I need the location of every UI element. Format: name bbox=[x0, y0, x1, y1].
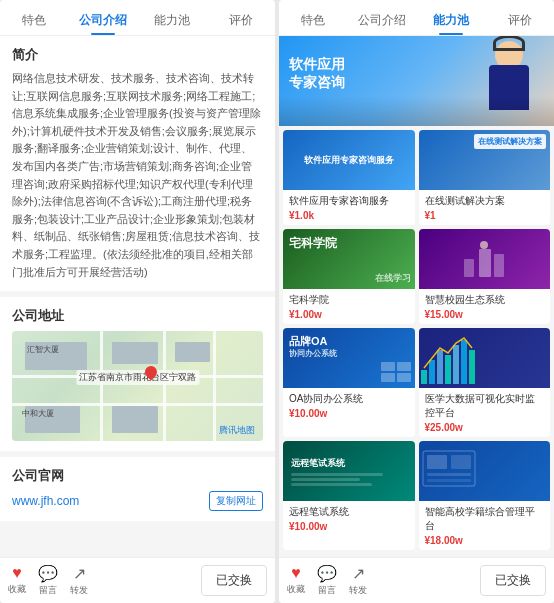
medical-chart bbox=[421, 330, 481, 385]
headset-icon bbox=[493, 36, 525, 51]
product-info-medical: 医学大数据可视化实时监控平台 ¥25.00w bbox=[419, 388, 551, 437]
svg-rect-5 bbox=[381, 362, 395, 371]
zhaike-price: ¥1.00w bbox=[289, 309, 409, 320]
left-share-action[interactable]: ↗ 转发 bbox=[70, 564, 88, 597]
share-label: 转发 bbox=[70, 584, 88, 597]
left-heart-action[interactable]: ♥ 收藏 bbox=[8, 564, 26, 597]
product-info-exam: 远程笔试系统 ¥10.00w bbox=[283, 501, 415, 536]
product-thumb-medical bbox=[419, 328, 551, 388]
right-heart-action[interactable]: ♥ 收藏 bbox=[287, 564, 305, 597]
right-share-label: 转发 bbox=[349, 584, 367, 597]
left-comment-action[interactable]: 💬 留言 bbox=[38, 564, 58, 597]
software-name: 软件应用专家咨询服务 bbox=[289, 194, 409, 208]
exam-bar3 bbox=[291, 483, 372, 486]
right-share-icon: ↗ bbox=[352, 564, 365, 583]
oa-sublabel: 协同办公系统 bbox=[289, 348, 337, 359]
product-thumb-software: 软件应用专家咨询服务 bbox=[283, 130, 415, 190]
right-tab-review[interactable]: 评价 bbox=[485, 8, 554, 35]
svg-rect-3 bbox=[494, 254, 504, 277]
right-content: 软件应用专家咨询 软件应用专家咨询服务 软件应用专家咨询服务 bbox=[279, 36, 554, 557]
left-tab-intro[interactable]: 公司介绍 bbox=[69, 8, 138, 35]
product-info-xueji: 智能高校学籍综合管理平台 ¥18.00w bbox=[419, 501, 551, 550]
exam-bar2 bbox=[291, 478, 360, 481]
campus-name: 智慧校园生态系统 bbox=[425, 293, 545, 307]
medical-price: ¥25.00w bbox=[425, 422, 545, 433]
zhaike-sub: 在线学习 bbox=[375, 272, 411, 285]
left-bottom-bar: ♥ 收藏 💬 留言 ↗ 转发 已交换 bbox=[0, 557, 275, 603]
product-thumb-campus bbox=[419, 229, 551, 289]
oa-logo: 品牌OA bbox=[289, 334, 328, 349]
left-exchange-button[interactable]: 已交换 bbox=[201, 565, 267, 596]
xueji-visual bbox=[419, 441, 479, 496]
website-section: 公司官网 www.jfh.com 复制网址 bbox=[0, 457, 275, 521]
svg-rect-13 bbox=[453, 345, 459, 384]
exam-bar1 bbox=[291, 473, 383, 476]
right-share-action[interactable]: ↗ 转发 bbox=[349, 564, 367, 597]
exam-title-thumb: 远程笔试系统 bbox=[291, 457, 407, 470]
product-card-medical[interactable]: 医学大数据可视化实时监控平台 ¥25.00w bbox=[419, 328, 551, 437]
xueji-price: ¥18.00w bbox=[425, 535, 545, 546]
heart-icon: ♥ bbox=[12, 564, 22, 582]
online-badge: 在线测试解决方案 bbox=[474, 134, 546, 149]
website-title: 公司官网 bbox=[12, 467, 263, 485]
xueji-name: 智能高校学籍综合管理平台 bbox=[425, 505, 545, 533]
address-title: 公司地址 bbox=[12, 307, 263, 325]
right-heart-label: 收藏 bbox=[287, 583, 305, 596]
product-card-online-test[interactable]: 在线测试解决方案 在线测试解决方案 ¥1 bbox=[419, 130, 551, 225]
product-card-exam[interactable]: 远程笔试系统 远程笔试系统 ¥10.00w bbox=[283, 441, 415, 550]
product-card-xueji[interactable]: 智能高校学籍综合管理平台 ¥18.00w bbox=[419, 441, 551, 550]
website-url[interactable]: www.jfh.com bbox=[12, 494, 79, 508]
product-info-campus: 智慧校园生态系统 ¥15.00w bbox=[419, 289, 551, 324]
tencent-map-logo: 腾讯地图 bbox=[219, 423, 259, 437]
product-card-zhaike[interactable]: 宅科学院 在线学习 宅科学院 ¥1.00w bbox=[283, 229, 415, 324]
left-tab-tese[interactable]: 特色 bbox=[0, 8, 69, 35]
comment-label: 留言 bbox=[39, 584, 57, 597]
left-tab-pool[interactable]: 能力池 bbox=[138, 8, 207, 35]
product-info-software: 软件应用专家咨询服务 ¥1.0k bbox=[283, 190, 415, 225]
right-tab-intro[interactable]: 公司介绍 bbox=[348, 8, 417, 35]
svg-rect-15 bbox=[469, 350, 475, 384]
product-card-oa[interactable]: 品牌OA 协同办公系统 OA协同办公系统 bbox=[283, 328, 415, 437]
oa-price: ¥10.00w bbox=[289, 408, 409, 419]
map-background: 汇智大厦 中和大厦 江苏省南京市雨花台区宁双路 腾讯地图 bbox=[12, 331, 263, 441]
product-card-software[interactable]: 软件应用专家咨询服务 软件应用专家咨询服务 ¥1.0k bbox=[283, 130, 415, 225]
right-panel: 特色 公司介绍 能力池 评价 软件应用专家咨询 bbox=[279, 0, 554, 603]
exam-visual: 远程笔试系统 bbox=[287, 445, 411, 497]
intro-text: 网络信息技术研发、技术服务、技术咨询、技术转让;互联网信息服务;互联网技术服务;… bbox=[12, 70, 263, 281]
left-tab-review[interactable]: 评价 bbox=[206, 8, 275, 35]
product-grid: 软件应用专家咨询服务 软件应用专家咨询服务 ¥1.0k 在线测试解决方案 在线测… bbox=[279, 126, 554, 554]
map-container[interactable]: 汇智大厦 中和大厦 江苏省南京市雨花台区宁双路 腾讯地图 bbox=[12, 331, 263, 441]
right-bottom-bar: ♥ 收藏 💬 留言 ↗ 转发 已交换 bbox=[279, 557, 554, 603]
right-tab-pool[interactable]: 能力池 bbox=[417, 8, 486, 35]
campus-visual bbox=[423, 233, 547, 285]
oa-icon-area bbox=[381, 362, 411, 384]
svg-rect-10 bbox=[429, 360, 435, 384]
right-exchange-button[interactable]: 已交换 bbox=[480, 565, 546, 596]
right-comment-action[interactable]: 💬 留言 bbox=[317, 564, 337, 597]
right-comment-label: 留言 bbox=[318, 584, 336, 597]
svg-rect-20 bbox=[427, 479, 471, 482]
product-thumb-oa: 品牌OA 协同办公系统 bbox=[283, 328, 415, 388]
svg-rect-1 bbox=[464, 259, 474, 277]
website-row: www.jfh.com 复制网址 bbox=[12, 491, 263, 511]
right-tab-tese[interactable]: 特色 bbox=[279, 8, 348, 35]
product-card-campus[interactable]: 智慧校园生态系统 ¥15.00w bbox=[419, 229, 551, 324]
intro-title: 简介 bbox=[12, 46, 263, 64]
svg-rect-6 bbox=[397, 362, 411, 371]
zhaike-logo: 宅科学院 bbox=[289, 235, 337, 252]
online-name: 在线测试解决方案 bbox=[425, 194, 545, 208]
product-info-oa: OA协同办公系统 ¥10.00w bbox=[283, 388, 415, 423]
left-content: 简介 网络信息技术研发、技术服务、技术咨询、技术转让;互联网信息服务;互联网技术… bbox=[0, 36, 275, 557]
right-tab-bar: 特色 公司介绍 能力池 评价 bbox=[279, 0, 554, 36]
copy-url-button[interactable]: 复制网址 bbox=[209, 491, 263, 511]
svg-rect-18 bbox=[451, 455, 471, 469]
software-thumb-label: 软件应用专家咨询服务 bbox=[300, 150, 398, 171]
software-price: ¥1.0k bbox=[289, 210, 409, 221]
product-thumb-exam: 远程笔试系统 bbox=[283, 441, 415, 501]
map-address-label: 江苏省南京市雨花台区宁双路 bbox=[76, 370, 199, 385]
left-bottom-actions: ♥ 收藏 💬 留言 ↗ 转发 bbox=[8, 564, 88, 597]
svg-rect-9 bbox=[421, 370, 427, 384]
hero-title: 软件应用专家咨询 bbox=[289, 56, 345, 92]
product-info-zhaike: 宅科学院 ¥1.00w bbox=[283, 289, 415, 324]
svg-rect-2 bbox=[479, 249, 491, 277]
